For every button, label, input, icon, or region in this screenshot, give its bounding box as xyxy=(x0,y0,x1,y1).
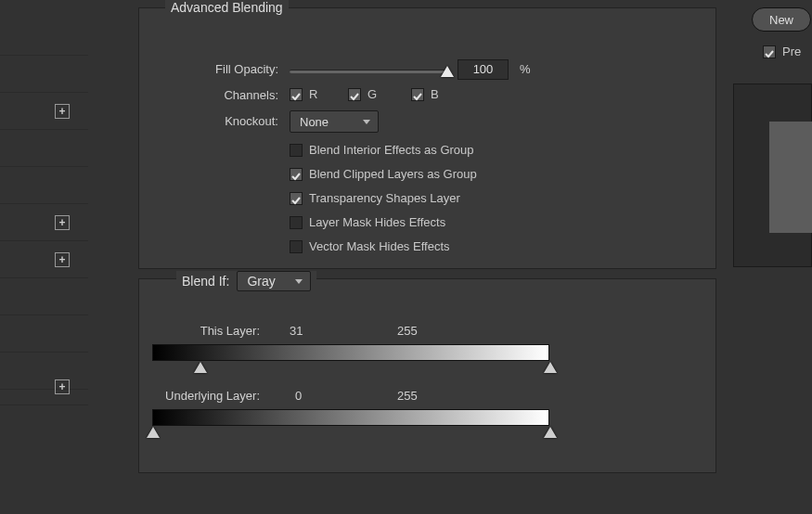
transparency_shapes-checkbox[interactable]: Transparency Shapes Layer xyxy=(290,191,460,205)
new-style-label: New xyxy=(769,13,793,27)
plus-icon[interactable]: + xyxy=(55,379,70,394)
channel-r-checkbox[interactable]: R xyxy=(290,87,317,101)
underlying-gradient[interactable] xyxy=(152,409,549,426)
right-panel: New Pre xyxy=(731,0,812,514)
fx-row[interactable] xyxy=(0,315,88,353)
knockout-dropdown[interactable]: None xyxy=(290,110,379,133)
layer_mask_hides-label: Layer Mask Hides Effects xyxy=(309,215,445,229)
preview-checkbox[interactable]: Pre xyxy=(763,45,801,58)
blend-if-title: Blend If: xyxy=(182,274,229,289)
this-layer-low-handle[interactable] xyxy=(194,362,207,375)
advanced-blending-title: Advanced Blending xyxy=(165,0,289,15)
check-icon xyxy=(291,90,301,99)
main-column: Advanced Blending Fill Opacity: 100 % Ch… xyxy=(138,0,723,514)
blend-if-group: Blend If: Gray This Layer: 31 255 Underl… xyxy=(138,278,716,473)
underlying-low-handle[interactable] xyxy=(147,427,160,440)
blend-if-dropdown[interactable]: Gray xyxy=(237,271,311,291)
knockout-label: Knockout: xyxy=(158,114,278,128)
layer_mask_hides-checkbox[interactable]: Layer Mask Hides Effects xyxy=(290,215,445,229)
fill-opacity-label: Fill Opacity: xyxy=(158,62,278,76)
channel-r-label: R xyxy=(309,87,317,101)
blend_clipped-checkbox[interactable]: Blend Clipped Layers as Group xyxy=(290,167,477,181)
fx-row[interactable] xyxy=(0,19,88,56)
this-layer-high: 255 xyxy=(397,324,418,338)
channel-b-checkbox[interactable]: B xyxy=(411,87,439,101)
underlying-high-handle[interactable] xyxy=(544,427,557,440)
blend-if-value: Gray xyxy=(247,274,275,289)
fx-row[interactable] xyxy=(0,278,88,315)
fx-row[interactable] xyxy=(0,130,88,167)
channel-g-label: G xyxy=(367,87,377,101)
transparency_shapes-label: Transparency Shapes Layer xyxy=(309,191,460,205)
fx-row[interactable] xyxy=(0,56,88,93)
check-icon xyxy=(291,194,301,203)
blend_interior-checkbox[interactable]: Blend Interior Effects as Group xyxy=(290,143,474,157)
fill-opacity-handle[interactable] xyxy=(441,66,454,79)
this-layer-gradient[interactable] xyxy=(152,344,549,361)
blend-if-header: Blend If: Gray xyxy=(176,271,316,291)
vector_mask_hides-checkbox[interactable]: Vector Mask Hides Effects xyxy=(290,239,450,253)
preview-label: Pre xyxy=(782,45,801,58)
new-style-button[interactable]: New xyxy=(752,7,811,32)
fill-opacity-value[interactable]: 100 xyxy=(458,59,509,80)
underlying-high: 255 xyxy=(397,389,418,403)
channel-g-checkbox[interactable]: G xyxy=(348,87,377,101)
knockout-value: None xyxy=(300,115,329,129)
plus-icon[interactable]: + xyxy=(55,215,70,230)
blend_clipped-label: Blend Clipped Layers as Group xyxy=(309,167,477,181)
blend_interior-label: Blend Interior Effects as Group xyxy=(309,143,474,157)
fill-opacity-slider[interactable] xyxy=(290,70,447,73)
this-layer-high-handle[interactable] xyxy=(544,362,557,375)
underlying-low: 0 xyxy=(295,389,302,403)
check-icon xyxy=(350,90,359,99)
vector_mask_hides-label: Vector Mask Hides Effects xyxy=(309,239,450,253)
underlying-layer-label: Underlying Layer: xyxy=(139,389,260,403)
plus-icon[interactable]: + xyxy=(55,104,70,119)
channels-label: Channels: xyxy=(158,88,278,102)
this-layer-low: 31 xyxy=(290,324,303,338)
check-icon xyxy=(413,90,422,99)
preview-box xyxy=(733,84,812,267)
check-icon xyxy=(765,47,774,57)
percent-sign: % xyxy=(520,62,531,76)
channel-b-label: B xyxy=(431,87,439,101)
advanced-blending-group: Advanced Blending Fill Opacity: 100 % Ch… xyxy=(138,7,716,269)
fx-row[interactable]: + xyxy=(0,93,88,130)
fx-row[interactable]: + xyxy=(0,241,88,278)
fx-row[interactable]: + xyxy=(0,204,88,241)
effects-list: ++++ xyxy=(0,0,88,514)
preview-swatch xyxy=(769,122,812,233)
fx-row[interactable] xyxy=(0,167,88,204)
fx-row[interactable]: + xyxy=(0,368,88,405)
this-layer-label: This Layer: xyxy=(139,324,260,338)
plus-icon[interactable]: + xyxy=(55,252,70,267)
check-icon xyxy=(291,170,301,179)
